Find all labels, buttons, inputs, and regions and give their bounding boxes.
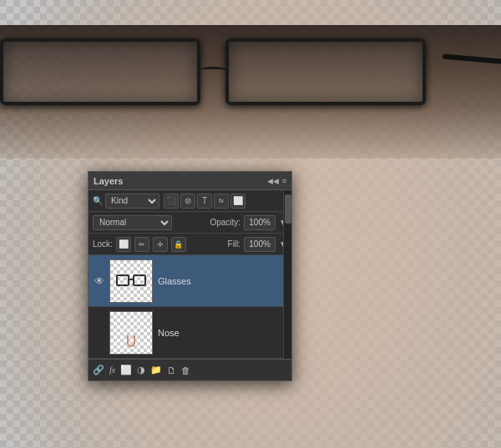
layer-item-nose[interactable]: Nose bbox=[89, 307, 291, 359]
thumb-nose-shape bbox=[127, 335, 135, 347]
panel-controls: ◀◀ ≡ bbox=[267, 177, 286, 185]
layers-scroll-thumb[interactable] bbox=[285, 194, 291, 224]
glasses-left-lens bbox=[0, 38, 200, 105]
lock-position-btn[interactable]: ✛ bbox=[153, 237, 168, 252]
panel-header: Layers ◀◀ ≡ bbox=[89, 172, 291, 190]
lock-row: Lock: ⬜ ✏ ✛ 🔒 Fill: ▼ bbox=[89, 234, 291, 255]
kind-search-icon: 🔍 bbox=[93, 196, 103, 205]
layers-panel: Layers ◀◀ ≡ 🔍 Kind Name Effect Mode Attr… bbox=[88, 171, 292, 381]
opacity-input[interactable] bbox=[244, 215, 276, 230]
glasses-right-lens bbox=[225, 38, 426, 105]
thumb-glasses-shape bbox=[116, 274, 146, 288]
lock-pixels-btn[interactable]: ✏ bbox=[134, 237, 149, 252]
layers-scrollbar[interactable] bbox=[283, 190, 291, 359]
kind-adjustment-icon[interactable]: ⊘ bbox=[180, 194, 195, 209]
layer-thumbnail-glasses bbox=[109, 259, 153, 303]
opacity-label: Opacity: bbox=[210, 218, 240, 227]
blend-row: Normal Dissolve Multiply Screen Overlay … bbox=[89, 212, 291, 234]
lock-transparent-btn[interactable]: ⬜ bbox=[116, 237, 131, 252]
panel-footer: 🔗 fx ⬜ ◑ 📁 🗋 🗑 bbox=[89, 359, 291, 380]
panel-menu-icon[interactable]: ≡ bbox=[282, 177, 286, 185]
kind-type-icon[interactable]: T bbox=[197, 194, 212, 209]
thumb-glasses-left bbox=[116, 274, 129, 286]
glasses-frame bbox=[0, 32, 501, 123]
kind-smart-icon[interactable]: ⬜ bbox=[230, 194, 245, 209]
layer-thumbnail-nose bbox=[109, 311, 153, 355]
fill-input[interactable] bbox=[244, 237, 276, 252]
layer-name-glasses: Glasses bbox=[158, 276, 288, 286]
fill-label: Fill: bbox=[228, 239, 241, 249]
footer-group-icon[interactable]: 📁 bbox=[150, 365, 162, 375]
collapse-icon[interactable]: ◀◀ bbox=[267, 177, 279, 185]
footer-link-icon[interactable]: 🔗 bbox=[93, 365, 104, 375]
footer-new-layer-icon[interactable]: 🗋 bbox=[167, 365, 176, 375]
blend-mode-select[interactable]: Normal Dissolve Multiply Screen Overlay bbox=[93, 215, 172, 230]
footer-trash-icon[interactable]: 🗑 bbox=[181, 365, 190, 375]
kind-select[interactable]: Kind Name Effect Mode Attribute Color bbox=[105, 194, 159, 209]
layer-item-glasses[interactable]: 👁 Glasses bbox=[89, 255, 291, 307]
lock-all-btn[interactable]: 🔒 bbox=[171, 237, 186, 252]
footer-mask-icon[interactable]: ⬜ bbox=[120, 365, 132, 375]
glasses-bridge bbox=[199, 67, 227, 73]
glasses-arm-right bbox=[443, 54, 501, 65]
panel-title: Layers bbox=[94, 176, 123, 186]
kind-icons: ⬛ ⊘ T fx ⬜ bbox=[164, 194, 245, 209]
thumb-glasses-right bbox=[133, 274, 146, 286]
footer-adjustment-icon[interactable]: ◑ bbox=[137, 365, 145, 375]
layer-visibility-glasses[interactable]: 👁 bbox=[92, 275, 107, 287]
kind-shape-icon[interactable]: fx bbox=[214, 194, 229, 209]
layers-list: 👁 Glasses Nose bbox=[89, 255, 291, 359]
footer-fx-icon[interactable]: fx bbox=[109, 365, 115, 375]
thumb-checker-nose bbox=[110, 312, 152, 354]
kind-pixel-icon[interactable]: ⬛ bbox=[164, 194, 179, 209]
lock-label: Lock: bbox=[93, 239, 113, 249]
layer-name-nose: Nose bbox=[158, 328, 288, 338]
kind-row: 🔍 Kind Name Effect Mode Attribute Color … bbox=[89, 190, 291, 212]
